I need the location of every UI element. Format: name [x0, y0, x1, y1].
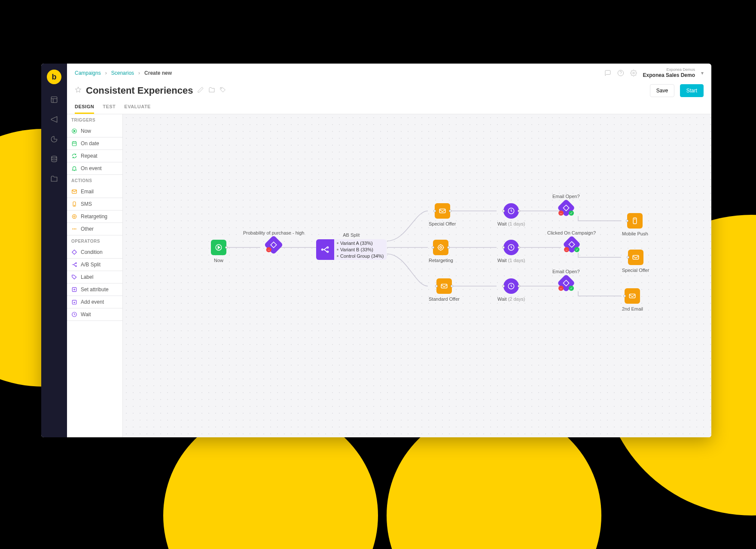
- svg-point-16: [76, 265, 76, 266]
- nav-assets-icon[interactable]: [50, 174, 58, 183]
- email-icon: [71, 189, 77, 195]
- svg-point-9: [74, 205, 74, 206]
- svg-point-13: [74, 229, 75, 229]
- palette-item-sms[interactable]: SMS: [67, 198, 122, 210]
- palette-item-on-date[interactable]: On date: [67, 137, 122, 150]
- palette-item-set-attribute[interactable]: Set attribute: [67, 284, 122, 296]
- palette-item-ab-split[interactable]: A/B Split: [67, 259, 122, 271]
- breadcrumb-scenarios[interactable]: Scenarios: [111, 70, 134, 76]
- svg-rect-33: [439, 209, 445, 213]
- target-icon: [433, 240, 448, 255]
- diamond-icon: ✓ –: [557, 274, 575, 292]
- play-icon: [71, 128, 77, 134]
- clock-icon: [503, 240, 519, 255]
- svg-rect-42: [630, 294, 636, 298]
- node-standard-offer[interactable]: Standard Offer: [429, 278, 460, 302]
- svg-point-3: [633, 72, 634, 74]
- chevron-down-icon[interactable]: ▾: [701, 70, 704, 76]
- tag-icon[interactable]: [219, 86, 226, 95]
- email-icon: [436, 278, 452, 294]
- node-condition-email-open-2[interactable]: Email Open? ✓ –: [552, 269, 580, 290]
- node-condition-clicked[interactable]: Clicked On Campaign? ✓ –: [547, 230, 596, 251]
- palette-item-condition[interactable]: Condition: [67, 246, 122, 259]
- check-badge-icon: ✓: [569, 210, 574, 216]
- tab-test[interactable]: TEST: [103, 101, 116, 114]
- svg-point-30: [327, 247, 328, 248]
- palette-item-email[interactable]: Email: [67, 186, 122, 198]
- page-title: Consistent Experiences: [86, 85, 193, 96]
- svg-point-1: [52, 156, 57, 158]
- app-window: b Campaigns › Scenarios › Create new: [41, 64, 711, 437]
- svg-point-12: [72, 229, 73, 229]
- account-project: Exponea Sales Demo: [643, 72, 695, 78]
- calendar-plus-icon: [71, 299, 77, 305]
- node-wait-3[interactable]: Wait (2 days): [497, 278, 525, 302]
- account-switcher[interactable]: Exponea Demos Exponea Sales Demo: [643, 67, 695, 78]
- palette-item-now[interactable]: Now: [67, 125, 122, 137]
- settings-icon[interactable]: [630, 70, 637, 76]
- svg-point-36: [438, 245, 443, 250]
- palette-item-add-event[interactable]: Add event: [67, 296, 122, 308]
- bell-icon: [71, 165, 77, 171]
- palette-item-retargeting[interactable]: Retargeting: [67, 210, 122, 223]
- svg-point-4: [221, 88, 222, 89]
- node-mobile-push[interactable]: Mobile Push: [622, 213, 648, 236]
- clock-icon: [503, 278, 519, 294]
- start-button[interactable]: Start: [680, 84, 704, 97]
- split-icon: [316, 239, 334, 260]
- palette-item-other[interactable]: Other: [67, 223, 122, 235]
- node-now[interactable]: Now: [211, 240, 226, 263]
- x-badge-icon: –: [558, 286, 564, 291]
- nav-data-icon[interactable]: [50, 155, 58, 163]
- tab-evaluate[interactable]: EVALUATE: [124, 101, 151, 114]
- node-wait-1[interactable]: Wait (1 days): [497, 203, 525, 226]
- x-badge-icon: –: [558, 210, 564, 216]
- clock-icon: [71, 311, 77, 317]
- palette-group-operators: OPERATORS: [67, 235, 122, 246]
- target-icon: [71, 214, 77, 220]
- palette-item-wait[interactable]: Wait: [67, 308, 122, 321]
- breadcrumb: Campaigns › Scenarios › Create new: [75, 70, 172, 76]
- chevron-right-icon: ›: [138, 70, 140, 76]
- email-icon: [625, 288, 640, 304]
- account-org: Exponea Demos: [643, 67, 695, 72]
- nav-campaigns-icon[interactable]: [50, 115, 58, 124]
- svg-rect-6: [72, 142, 76, 146]
- check-badge-icon: ✓: [574, 247, 579, 252]
- canvas[interactable]: Now Probability of purchase - high – AB …: [123, 114, 711, 437]
- nav-dashboard-icon[interactable]: [50, 95, 58, 104]
- x-badge-icon: –: [564, 247, 569, 252]
- palette-item-label[interactable]: Label: [67, 271, 122, 284]
- tab-design[interactable]: DESIGN: [75, 101, 94, 114]
- svg-point-31: [327, 251, 328, 252]
- split-control-group: Control Group (34%): [337, 253, 384, 259]
- star-icon[interactable]: [75, 86, 82, 95]
- comment-icon[interactable]: [604, 70, 611, 76]
- node-condition-probability[interactable]: Probability of purchase - high –: [243, 230, 304, 252]
- phone-icon: [71, 201, 77, 207]
- help-icon[interactable]: [617, 70, 624, 76]
- node-ab-split[interactable]: AB Split Variant A (33%) Variant B (33%)…: [316, 232, 387, 260]
- palette-item-on-event[interactable]: On event: [67, 162, 122, 175]
- nav-analytics-icon[interactable]: [50, 135, 58, 143]
- email-icon: [628, 250, 643, 265]
- save-button[interactable]: Save: [650, 84, 674, 97]
- repeat-icon: [71, 153, 77, 159]
- node-special-offer[interactable]: Special Offer: [429, 203, 456, 226]
- node-special-offer-2[interactable]: Special Offer: [622, 250, 649, 273]
- chevron-right-icon: ›: [105, 70, 107, 76]
- split-variant-b: Variant B (33%): [337, 247, 384, 252]
- edit-icon[interactable]: [197, 86, 204, 95]
- logo[interactable]: b: [47, 70, 61, 84]
- email-icon: [435, 203, 450, 219]
- palette: TRIGGERS Now On date Repeat On event ACT…: [67, 114, 123, 437]
- folder-icon[interactable]: [208, 86, 215, 95]
- node-condition-email-open-1[interactable]: Email Open? ✓ –: [552, 194, 580, 214]
- breadcrumb-campaigns[interactable]: Campaigns: [75, 70, 101, 76]
- node-wait-2[interactable]: Wait (1 days): [497, 240, 525, 263]
- node-retargeting[interactable]: Retargeting: [429, 240, 453, 263]
- svg-point-11: [73, 216, 75, 217]
- node-2nd-email[interactable]: 2nd Email: [622, 288, 643, 311]
- palette-item-repeat[interactable]: Repeat: [67, 150, 122, 162]
- palette-group-actions: ACTIONS: [67, 175, 122, 186]
